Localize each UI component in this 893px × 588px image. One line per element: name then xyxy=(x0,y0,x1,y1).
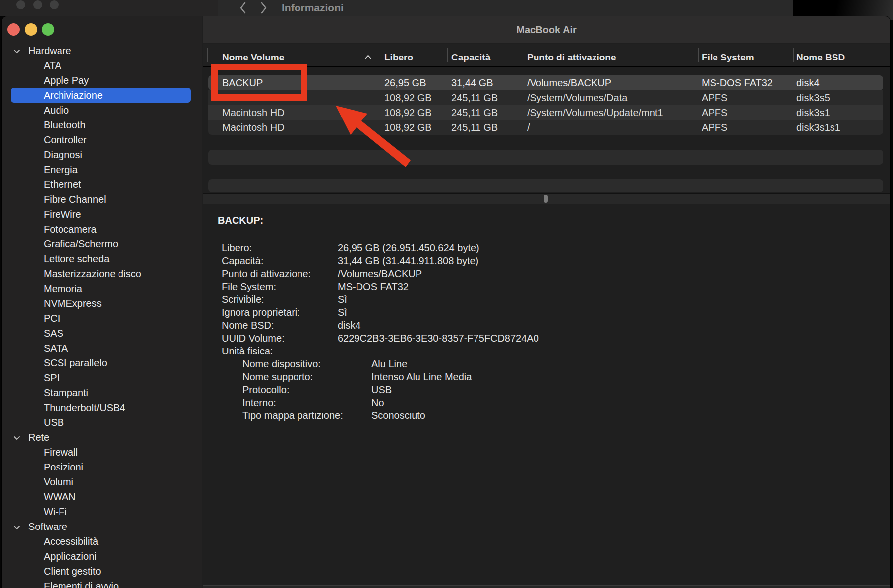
detail-label: Unità fisica: xyxy=(222,345,273,357)
detail-row-interno: Interno:No xyxy=(203,396,890,409)
forward-icon[interactable] xyxy=(260,1,268,15)
volume-row-macintosh-hd-disk3s1[interactable]: Macintosh HD108,92 GB245,11 GB/System/Vo… xyxy=(208,105,883,120)
column-divider xyxy=(207,48,208,62)
sidebar-item-lettore-scheda[interactable]: Lettore scheda xyxy=(2,251,202,266)
detail-value: Intenso Alu Line Media xyxy=(371,370,472,383)
cell-mount: /Volumes/BACKUP xyxy=(527,75,611,90)
cell-capacity: 31,44 GB xyxy=(451,75,493,90)
detail-row-capacit: Capacità:31,44 GB (31.441.911.808 byte) xyxy=(203,254,890,267)
sidebar-item-scsi-parallelo[interactable]: SCSI parallelo xyxy=(2,355,202,370)
annotation-arrow xyxy=(327,97,417,171)
column-header-capacita[interactable]: Capacità xyxy=(451,52,490,63)
sidebar-item-volumi[interactable]: Volumi xyxy=(2,474,202,489)
sidebar-label: Stampanti xyxy=(44,385,88,400)
sidebar-label: SAS xyxy=(44,326,63,341)
volume-row-data-disk3s5[interactable]: Data108,92 GB245,11 GB/System/Volumes/Da… xyxy=(208,90,883,105)
sidebar-item-firewall[interactable]: Firewall xyxy=(2,445,202,460)
cell-fs: MS-DOS FAT32 xyxy=(702,75,773,90)
back-icon[interactable] xyxy=(239,1,247,15)
sidebar-label: Wi-Fi xyxy=(44,504,67,519)
sidebar-item-thunderbolt-usb4[interactable]: Thunderbolt/USB4 xyxy=(2,400,202,415)
window-title: MacBook Air xyxy=(203,16,890,43)
sidebar-item-applicazioni[interactable]: Applicazioni xyxy=(2,549,202,564)
detail-label: Punto di attivazione: xyxy=(222,267,311,280)
splitter-handle-icon[interactable] xyxy=(544,195,548,203)
desktop: Informazioni HardwareATAApple PayArchivi… xyxy=(0,0,893,588)
detail-row-nome-bsd: Nome BSD:disk4 xyxy=(203,319,890,332)
sidebar-label: Grafica/Schermo xyxy=(44,236,118,251)
sidebar-label: NVMExpress xyxy=(44,296,102,311)
close-button[interactable] xyxy=(7,23,20,36)
sidebar-item-ethernet[interactable]: Ethernet xyxy=(2,177,202,192)
sidebar-label: Memoria xyxy=(44,281,82,296)
cell-bsd: disk3s1 xyxy=(796,105,830,120)
minimize-button[interactable] xyxy=(25,23,37,36)
sidebar-label: PCI xyxy=(44,311,60,326)
column-header-nome-volume[interactable]: Nome Volume xyxy=(222,52,284,63)
pane-splitter[interactable] xyxy=(203,193,890,204)
sidebar-item-apple-pay[interactable]: Apple Pay xyxy=(2,73,202,88)
sidebar-item-accessibilit[interactable]: Accessibilità xyxy=(2,534,202,549)
sidebar-item-fibre-channel[interactable]: Fibre Channel xyxy=(2,192,202,207)
sidebar-item-memoria[interactable]: Memoria xyxy=(2,281,202,296)
sidebar-item-elementi-di-avvio[interactable]: Elementi di avvio xyxy=(2,579,202,588)
sidebar-item-archiviazione[interactable]: Archiviazione xyxy=(2,88,202,103)
sidebar-item-stampanti[interactable]: Stampanti xyxy=(2,385,202,400)
detail-value: Sì xyxy=(338,306,347,319)
sidebar-label: Fibre Channel xyxy=(44,192,106,207)
sidebar-item-ata[interactable]: ATA xyxy=(2,58,202,73)
cell-fs: APFS xyxy=(702,90,727,105)
column-header-file-system[interactable]: File System xyxy=(702,52,754,63)
volume-row-macintosh-hd-disk3s1s1[interactable]: Macintosh HD108,92 GB245,11 GB/APFSdisk3… xyxy=(208,120,883,135)
sidebar-label: Masterizzazione disco xyxy=(44,266,141,281)
sidebar-item-energia[interactable]: Energia xyxy=(2,162,202,177)
column-divider xyxy=(793,48,794,62)
detail-label: UUID Volume: xyxy=(222,332,285,345)
detail-label: Nome BSD: xyxy=(222,319,274,332)
sidebar-group-hardware[interactable]: Hardware xyxy=(2,43,202,58)
sidebar-item-usb[interactable]: USB xyxy=(2,415,202,430)
sidebar-item-fotocamera[interactable]: Fotocamera xyxy=(2,222,202,236)
sidebar-label: Ethernet xyxy=(44,177,81,192)
detail-value: Alu Line xyxy=(371,357,407,370)
sidebar-label: Accessibilità xyxy=(44,534,98,549)
cell-bsd: disk4 xyxy=(796,75,820,90)
sidebar-item-diagnosi[interactable]: Diagnosi xyxy=(2,147,202,162)
cell-name: Macintosh HD xyxy=(222,120,285,135)
sidebar-item-masterizzazione-disco[interactable]: Masterizzazione disco xyxy=(2,266,202,281)
cell-bsd: disk3s5 xyxy=(796,90,830,105)
column-divider xyxy=(447,48,448,62)
column-header-libero[interactable]: Libero xyxy=(384,52,413,63)
sidebar-group-software[interactable]: Software xyxy=(2,519,202,534)
sidebar-item-sas[interactable]: SAS xyxy=(2,326,202,341)
detail-value: 31,44 GB (31.441.911.808 byte) xyxy=(338,254,478,267)
sidebar-label: Software xyxy=(28,519,67,534)
detail-row-libero: Libero:26,95 GB (26.951.450.624 byte) xyxy=(203,241,890,254)
sidebar-item-controller[interactable]: Controller xyxy=(2,132,202,147)
sidebar-group-rete[interactable]: Rete xyxy=(2,430,202,445)
sidebar-item-nvmexpress[interactable]: NVMExpress xyxy=(2,296,202,311)
sidebar-item-bluetooth[interactable]: Bluetooth xyxy=(2,118,202,132)
sort-ascending-icon xyxy=(364,55,372,59)
sidebar-item-wi-fi[interactable]: Wi-Fi xyxy=(2,504,202,519)
sidebar-item-wwan[interactable]: WWAN xyxy=(2,489,202,504)
sidebar-item-pci[interactable]: PCI xyxy=(2,311,202,326)
sidebar-item-firewire[interactable]: FireWire xyxy=(2,207,202,222)
detail-row-protocollo: Protocollo:USB xyxy=(203,383,890,396)
sidebar-item-grafica-schermo[interactable]: Grafica/Schermo xyxy=(2,236,202,251)
sidebar-item-sata[interactable]: SATA xyxy=(2,341,202,355)
column-header-punto-di-attivazione[interactable]: Punto di attivazione xyxy=(527,52,616,63)
sidebar-item-client-gestito[interactable]: Client gestito xyxy=(2,564,202,579)
volume-row-backup-disk4[interactable]: BACKUP26,95 GB31,44 GB/Volumes/BACKUPMS-… xyxy=(208,75,883,90)
detail-heading: BACKUP: xyxy=(218,215,263,226)
column-header-nome-bsd[interactable]: Nome BSD xyxy=(796,52,845,63)
sidebar-label: Hardware xyxy=(28,43,71,58)
background-window-title: Informazioni xyxy=(282,0,344,16)
sidebar-label: SPI xyxy=(44,370,60,385)
sidebar-item-posizioni[interactable]: Posizioni xyxy=(2,460,202,474)
sidebar-item-audio[interactable]: Audio xyxy=(2,103,202,118)
zoom-button[interactable] xyxy=(42,23,54,36)
sidebar-item-spi[interactable]: SPI xyxy=(2,370,202,385)
detail-label: Protocollo: xyxy=(242,383,290,396)
sidebar-label: Archiviazione xyxy=(44,88,103,103)
